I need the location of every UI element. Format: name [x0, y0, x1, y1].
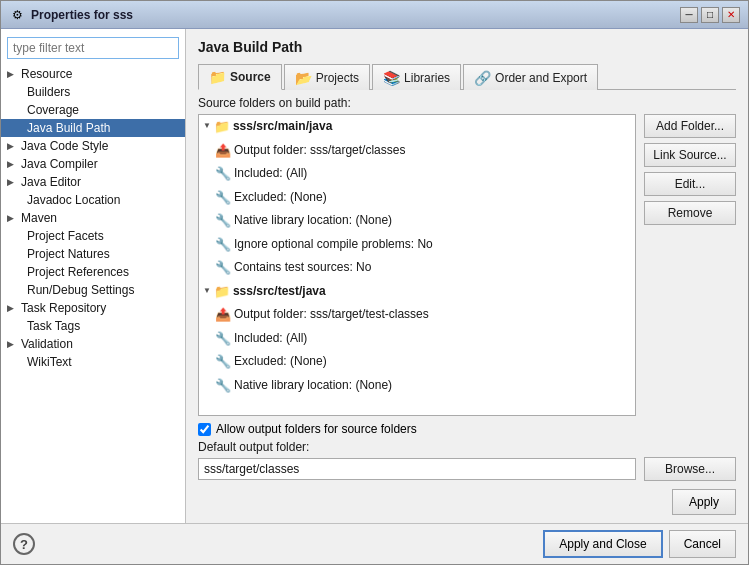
browse-button[interactable]: Browse... — [644, 457, 736, 481]
close-button[interactable]: ✕ — [722, 7, 740, 23]
tree-item-output1[interactable]: 📤 Output folder: sss/target/classes — [199, 139, 635, 163]
sidebar-item-label: Java Code Style — [21, 139, 108, 153]
allow-output-checkbox[interactable] — [198, 423, 211, 436]
tab-order-export[interactable]: 🔗 Order and Export — [463, 64, 598, 90]
output-folder-input[interactable] — [198, 458, 636, 480]
arrow-icon: ▶ — [7, 159, 17, 169]
sidebar-item-project-facets[interactable]: ▶ Project Facets — [1, 227, 185, 245]
sidebar-item-label: Java Build Path — [27, 121, 110, 135]
sidebar-item-java-editor[interactable]: ▶ Java Editor — [1, 173, 185, 191]
sidebar-item-maven[interactable]: ▶ Maven — [1, 209, 185, 227]
source-tab-icon: 📁 — [209, 69, 226, 85]
tab-projects-label: Projects — [316, 71, 359, 85]
settings-icon: 🔧 — [215, 376, 231, 396]
settings-icon: 🔧 — [215, 188, 231, 208]
output-icon: 📤 — [215, 141, 231, 161]
arrow-icon: ▶ — [7, 177, 17, 187]
apply-close-button[interactable]: Apply and Close — [543, 530, 662, 558]
arrow-icon: ▶ — [7, 141, 17, 151]
sidebar-item-java-compiler[interactable]: ▶ Java Compiler — [1, 155, 185, 173]
filter-input[interactable] — [7, 37, 179, 59]
output-folder-row: Browse... — [198, 457, 736, 481]
sidebar-item-validation[interactable]: ▶ Validation — [1, 335, 185, 353]
tree-item-test1[interactable]: 🔧 Contains test sources: No — [199, 256, 635, 280]
tree-and-buttons: ▼ 📁 sss/src/main/java 📤 Output folder: s… — [198, 114, 736, 416]
tree-item-text: Output folder: sss/target/test-classes — [234, 305, 429, 323]
sidebar: ▶ Resource ▶ Builders ▶ Coverage ▶ Java … — [1, 29, 186, 523]
tree-item-text: Ignore optional compile problems: No — [234, 235, 433, 253]
sidebar-item-java-build-path[interactable]: ▶ Java Build Path — [1, 119, 185, 137]
minimize-button[interactable]: ─ — [680, 7, 698, 23]
panel-label: Source folders on build path: — [198, 96, 736, 110]
arrow-icon: ▶ — [7, 303, 17, 313]
tree-item-included2[interactable]: 🔧 Included: (All) — [199, 327, 635, 351]
tab-source[interactable]: 📁 Source — [198, 64, 282, 90]
tree-item-ignore1[interactable]: 🔧 Ignore optional compile problems: No — [199, 233, 635, 257]
sidebar-item-label: WikiText — [27, 355, 72, 369]
tab-libraries[interactable]: 📚 Libraries — [372, 64, 461, 90]
tree-folder-test[interactable]: ▼ 📁 sss/src/test/java — [199, 280, 635, 304]
tree-item-text: sss/src/main/java — [233, 117, 332, 135]
tree-item-text: sss/src/test/java — [233, 282, 326, 300]
settings-icon: 🔧 — [215, 352, 231, 372]
tree-folder-main[interactable]: ▼ 📁 sss/src/main/java — [199, 115, 635, 139]
settings-icon: 🔧 — [215, 258, 231, 278]
window-title: Properties for sss — [31, 8, 680, 22]
sidebar-item-coverage[interactable]: ▶ Coverage — [1, 101, 185, 119]
tree-item-native1[interactable]: 🔧 Native library location: (None) — [199, 209, 635, 233]
sidebar-item-wikitext[interactable]: ▶ WikiText — [1, 353, 185, 371]
help-button[interactable]: ? — [13, 533, 35, 555]
tab-source-label: Source — [230, 70, 271, 84]
properties-window: ⚙ Properties for sss ─ □ ✕ ▶ Resource ▶ … — [0, 0, 749, 565]
tree-item-excluded2[interactable]: 🔧 Excluded: (None) — [199, 350, 635, 374]
sidebar-item-label: Project Natures — [27, 247, 110, 261]
tree-item-text: Included: (All) — [234, 164, 307, 182]
sidebar-item-project-references[interactable]: ▶ Project References — [1, 263, 185, 281]
output-icon: 📤 — [215, 305, 231, 325]
tree-item-output2[interactable]: 📤 Output folder: sss/target/test-classes — [199, 303, 635, 327]
source-tree[interactable]: ▼ 📁 sss/src/main/java 📤 Output folder: s… — [198, 114, 636, 416]
sidebar-item-javadoc-location[interactable]: ▶ Javadoc Location — [1, 191, 185, 209]
cancel-button[interactable]: Cancel — [669, 530, 736, 558]
tree-item-included1[interactable]: 🔧 Included: (All) — [199, 162, 635, 186]
tree-item-text: Output folder: sss/target/classes — [234, 141, 405, 159]
tab-libraries-label: Libraries — [404, 71, 450, 85]
tree-item-native2[interactable]: 🔧 Native library location: (None) — [199, 374, 635, 398]
apply-button[interactable]: Apply — [672, 489, 736, 515]
sidebar-item-label: Task Tags — [27, 319, 80, 333]
add-folder-button[interactable]: Add Folder... — [644, 114, 736, 138]
window-icon: ⚙ — [9, 7, 25, 23]
tree-item-excluded1[interactable]: 🔧 Excluded: (None) — [199, 186, 635, 210]
sidebar-item-label: Maven — [21, 211, 57, 225]
edit-button[interactable]: Edit... — [644, 172, 736, 196]
action-buttons: Add Folder... Link Source... Edit... Rem… — [644, 114, 736, 416]
allow-output-checkbox-row: Allow output folders for source folders — [198, 422, 736, 436]
sidebar-item-task-tags[interactable]: ▶ Task Tags — [1, 317, 185, 335]
folder-icon: 📁 — [214, 282, 230, 302]
order-export-tab-icon: 🔗 — [474, 70, 491, 86]
bottom-right-buttons: Apply and Close Cancel — [543, 530, 736, 558]
sidebar-item-task-repository[interactable]: ▶ Task Repository — [1, 299, 185, 317]
sidebar-item-java-code-style[interactable]: ▶ Java Code Style — [1, 137, 185, 155]
tab-projects[interactable]: 📂 Projects — [284, 64, 370, 90]
sidebar-item-builders[interactable]: ▶ Builders — [1, 83, 185, 101]
sidebar-item-label: Run/Debug Settings — [27, 283, 134, 297]
sidebar-item-project-natures[interactable]: ▶ Project Natures — [1, 245, 185, 263]
arrow-icon: ▶ — [7, 213, 17, 223]
sidebar-item-label: Validation — [21, 337, 73, 351]
settings-icon: 🔧 — [215, 211, 231, 231]
restore-button[interactable]: □ — [701, 7, 719, 23]
link-source-button[interactable]: Link Source... — [644, 143, 736, 167]
allow-output-label: Allow output folders for source folders — [216, 422, 417, 436]
content-area: ▶ Resource ▶ Builders ▶ Coverage ▶ Java … — [1, 29, 748, 523]
sidebar-item-label: Project Facets — [27, 229, 104, 243]
tab-order-export-label: Order and Export — [495, 71, 587, 85]
remove-button[interactable]: Remove — [644, 201, 736, 225]
sidebar-item-run-debug-settings[interactable]: ▶ Run/Debug Settings — [1, 281, 185, 299]
tree-item-text: Included: (All) — [234, 329, 307, 347]
expand-icon: ▼ — [203, 120, 211, 132]
arrow-icon: ▶ — [7, 339, 17, 349]
tab-bar: 📁 Source 📂 Projects 📚 Libraries 🔗 Order … — [198, 63, 736, 90]
sidebar-item-resource[interactable]: ▶ Resource — [1, 65, 185, 83]
sidebar-item-label: Task Repository — [21, 301, 106, 315]
